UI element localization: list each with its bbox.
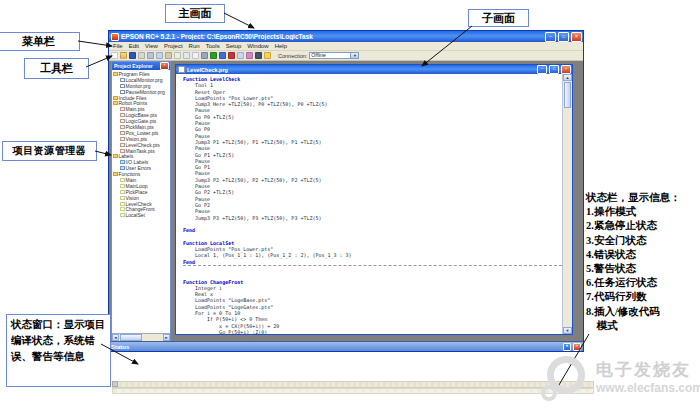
code-line: Fend [183,259,562,266]
scroll-track[interactable] [119,334,163,341]
connection-dropdown[interactable]: Offline ▼ [309,52,359,59]
app-status-bar [112,381,594,397]
label-icon [120,166,125,170]
callout-status-bar-list: 1.操作模式2.紧急停止状态3.安全门状态4.错误状态5.警告状态6.任务运行状… [586,205,700,333]
project-explorer-title: Project Explorer [114,63,160,69]
code-editor[interactable]: Function LevelCheck Tool 1 Reset Oper Lo… [176,76,562,334]
menu-item[interactable]: View [145,43,158,49]
menu-item[interactable]: File [113,43,123,49]
menu-item[interactable]: Project [164,43,183,49]
function-icon [120,184,125,188]
build-icon[interactable] [201,52,208,59]
callout-status-window: 状态窗口：显示项目编译状态，系统错误、警告等信息 [6,314,111,387]
status-bar-panes [112,381,594,388]
code-window-titlebar[interactable]: LevelCheck.prg [176,65,572,74]
help-icon[interactable] [264,52,271,59]
status-panel[interactable]: Status [109,341,583,351]
callout-status-bar-item: 3.安全门状态 [586,234,700,248]
app-icon [111,33,119,41]
io-monitor-icon[interactable] [237,52,244,59]
main-window: EPSON RC+ 5.2.1 - Project: C:\EpsonRC50\… [108,30,584,352]
menu-item[interactable]: Tools [206,43,220,49]
child-close-button[interactable] [561,65,571,74]
menu-item[interactable]: Edit [129,43,139,49]
menu-item[interactable]: Window [247,43,268,49]
print-icon[interactable] [138,52,145,59]
document-icon [178,66,185,73]
watermark-brand: 电子发烧友 [596,358,691,381]
find-icon[interactable] [192,52,199,59]
callout-status-bar-item: 4.错误状态 [586,248,700,262]
save-icon[interactable] [129,52,136,59]
prg-file-icon [120,78,125,82]
cut-icon[interactable] [147,52,154,59]
toolbar-icons [111,52,271,59]
callout-status-bar-item: 5.警告状态 [586,262,700,276]
window-title: EPSON RC+ 5.2.1 - Project: C:\EpsonRC50\… [121,33,543,40]
arrow-main-screen [224,13,254,28]
editor-vertical-scrollbar[interactable]: ▲ ▼ [562,74,572,334]
pin-icon[interactable] [563,343,571,351]
folder-icon [113,101,118,105]
run-icon[interactable] [210,52,217,59]
watermark-logo-small-icon [541,385,557,401]
vision-icon[interactable] [255,52,262,59]
robot-manager-icon[interactable] [246,52,253,59]
chevron-down-icon[interactable]: ▼ [350,53,358,58]
scroll-right-icon[interactable]: ► [163,334,170,341]
scroll-thumb[interactable] [564,82,571,108]
pane-close-icon[interactable] [160,62,169,70]
scroll-thumb[interactable] [120,334,142,341]
new-icon[interactable] [111,52,118,59]
mdi-area: Project Explorer Program Files LocalMoni… [109,61,583,341]
redo-icon[interactable] [183,52,190,59]
connection-value: Offline [310,53,350,58]
menu-item[interactable]: Setup [226,43,242,49]
function-icon [120,196,125,200]
callout-status-bar: 状态栏，显示信息： 1.操作模式2.紧急停止状态3.安全门状态4.错误状态5.警… [586,191,700,333]
undo-icon[interactable] [174,52,181,59]
folder-icon [113,96,118,100]
close-button[interactable] [571,32,582,42]
callout-main-screen: 主画面 [165,4,225,23]
points-file-icon [120,143,125,147]
connection-label: Connection: [278,53,307,59]
menu-item[interactable]: Run [189,43,200,49]
watermark-url: www.elecfans.com [596,381,700,395]
project-explorer-header[interactable]: Project Explorer [112,62,170,70]
scroll-left-icon[interactable]: ◄ [112,334,119,341]
callout-status-bar-item: 6.任务运行状态 [586,276,700,290]
menu-item[interactable]: Help [275,43,287,49]
arrow-menu-bar [78,41,112,46]
callout-status-bar-item: 2.紧急停止状态 [586,219,700,233]
prg-file-icon [120,84,125,88]
code-window: LevelCheck.prg Function LevelCheck Tool … [175,64,573,335]
child-minimize-button[interactable] [537,65,547,74]
main-window-titlebar[interactable]: EPSON RC+ 5.2.1 - Project: C:\EpsonRC50\… [109,31,583,42]
paste-icon[interactable] [165,52,172,59]
scroll-down-icon[interactable]: ▼ [563,327,572,334]
tree-item[interactable]: LocalSet [113,212,170,218]
minimize-button[interactable] [545,32,556,42]
function-icon [120,202,125,206]
points-file-icon [120,131,125,135]
copy-icon[interactable] [156,52,163,59]
pause-icon[interactable] [219,52,226,59]
stop-icon[interactable] [228,52,235,59]
callout-status-bar-item: 8.插入/修改代码 [586,305,700,319]
status-close-icon[interactable] [573,343,581,351]
menu-bar: FileEditViewProjectRunToolsSetupWindowHe… [109,42,583,51]
open-icon[interactable] [120,52,127,59]
callout-status-bar-item: 1.操作模式 [586,205,700,219]
callout-project-explorer: 项目资源管理器 [2,141,97,161]
code-line: Go P(50+i) :Z(0) [183,329,562,334]
folder-icon [113,172,118,176]
child-maximize-button[interactable] [549,65,559,74]
page: EPSON RC+ 5.2.1 - Project: C:\EpsonRC50\… [0,0,700,420]
tree-horizontal-scrollbar[interactable]: ◄ ► [112,333,170,341]
maximize-button[interactable] [558,32,569,42]
toolbar: Connection: Offline ▼ [109,51,583,61]
scroll-up-icon[interactable]: ▲ [563,74,572,81]
callout-status-bar-title: 状态栏，显示信息： [586,191,700,205]
points-file-icon [120,107,125,111]
